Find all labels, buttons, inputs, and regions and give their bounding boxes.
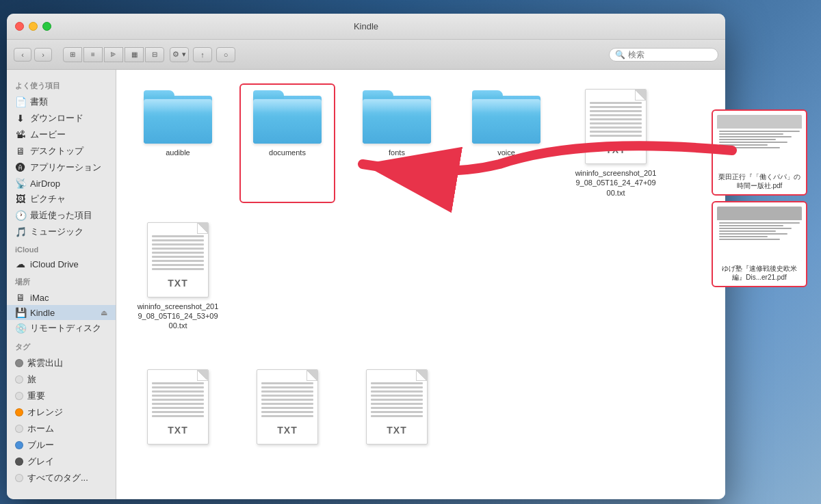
pdf-label-1: 栗田正行『「働くパパ」の時間ー版社.pdf [717,172,802,190]
eject-icon[interactable]: ⏏ [101,308,107,317]
share-button[interactable]: ↑ [193,47,212,62]
sidebar-item-music[interactable]: 🎵 ミュージック [7,224,116,240]
tag-dot-orange [15,408,23,416]
sidebar-item-label: 最近使った項目 [30,209,92,222]
tag-dot-tabi [15,375,23,384]
sidebar-item-tag-juyo[interactable]: 重要 [7,388,116,404]
music-icon: 🎵 [15,226,26,237]
view-cover-btn[interactable]: ▦ [125,47,144,62]
minimize-button[interactable] [29,22,38,31]
folder-icon-audible [144,89,212,144]
main-area: よく使う項目 📄 書類 ⬇ ダウンロード 📽 ムービー 🖥 デスクトップ 🅐 ア… [7,70,725,499]
favorites-section-label: よく使う項目 [7,75,116,94]
search-input[interactable] [628,50,712,59]
sidebar-item-desktop[interactable]: 🖥 デスクトップ [7,143,116,159]
apps-icon: 🅐 [15,162,26,173]
sidebar-item-tag-blue[interactable]: ブルー [7,437,116,453]
file-item-txt1[interactable]: TXT wininfo_screenshot_2019_08_05T16_24_… [568,83,664,203]
finder-window: Kindle ‹ › ⊞ ≡ ⫸ ▦ ⊟ ⚙ ▾ ↑ ○ 🔍 よく使う項目 [7,14,725,499]
file-item-txt2[interactable]: TXT wininfo_screenshot_2019_08_05T16_24_… [130,217,226,336]
txt-icon-4: TXT [257,369,318,445]
file-item-voice[interactable]: voice [458,83,554,203]
sidebar-item-airdrop[interactable]: 📡 AirDrop [7,176,116,191]
file-item-documents[interactable]: documents [239,83,335,203]
tag-dot-shiun [15,359,23,367]
maximize-button[interactable] [42,22,51,31]
txt-icon-5: TXT [366,369,428,445]
sidebar-item-recent[interactable]: 🕐 最近使った項目 [7,207,116,224]
file-item-txt3[interactable]: TXT [130,364,226,454]
folder-icon-voice [472,89,540,144]
sidebar-item-download[interactable]: ⬇ ダウンロード [7,110,116,127]
tag-dot-blue [15,441,23,449]
toolbar-actions: ⚙ ▾ ↑ ○ [170,47,235,62]
file-browser: audible documents [116,70,725,499]
sidebar-item-tag-shiun[interactable]: 紫雲出山 [7,355,116,371]
file-item-fonts[interactable]: fonts [349,83,445,203]
locations-section-label: 場所 [7,271,116,290]
pdf-thumbnail-2 [717,207,802,261]
sidebar-item-label: オレンジ [27,406,63,419]
icloud-drive-icon: ☁ [15,258,26,269]
folder-icon-documents [253,89,322,144]
folder-icon-fonts [363,89,431,144]
recent-icon: 🕐 [15,210,26,221]
sidebar-item-remote[interactable]: 💿 リモートディスク [7,320,116,336]
remote-disk-icon: 💿 [15,323,26,334]
download-icon: ⬇ [15,113,26,124]
sidebar-item-label: AirDrop [30,178,60,189]
sidebar-item-label: ピクチャ [30,193,66,205]
sidebar-item-pictures[interactable]: 🖼 ピクチャ [7,191,116,207]
shokan-icon: 📄 [15,96,26,107]
tag-dot-home [15,425,23,433]
traffic-lights [15,22,51,31]
movies-icon: 📽 [15,129,26,140]
floating-pdf-item-1[interactable]: 栗田正行『「働くパパ」の時間ー版社.pdf [712,109,807,196]
file-name-txt1: wininfo_screenshot_2019_08_05T16_24_47+0… [575,168,657,198]
toolbar: ‹ › ⊞ ≡ ⫸ ▦ ⊟ ⚙ ▾ ↑ ○ 🔍 [7,40,725,70]
file-name-voice: voice [497,148,515,157]
close-button[interactable] [15,22,24,31]
file-item-txt5[interactable]: TXT [349,364,445,454]
file-item-audible[interactable]: audible [130,83,226,203]
sidebar: よく使う項目 📄 書類 ⬇ ダウンロード 📽 ムービー 🖥 デスクトップ 🅐 ア… [7,70,116,499]
tag-dot-all [15,474,23,482]
file-name-documents: documents [269,148,306,157]
back-button[interactable]: ‹ [14,48,31,62]
tag-dot-juyo [15,392,23,400]
sidebar-item-kindle[interactable]: 💾 Kindle ⏏ [7,305,116,320]
floating-pdf-item-2[interactable]: ゆげ塾『速修戦後史欧米編』Dis...er21.pdf [712,201,807,287]
sidebar-item-tag-gray[interactable]: グレイ [7,453,116,470]
view-icon-btn[interactable]: ⊞ [63,47,82,62]
sidebar-item-tag-orange[interactable]: オレンジ [7,404,116,421]
forward-button[interactable]: › [34,48,52,62]
action-button[interactable]: ⚙ ▾ [170,47,189,62]
search-box[interactable]: 🔍 [609,48,718,62]
file-name-fonts: fonts [389,148,405,157]
sidebar-item-movies[interactable]: 📽 ムービー [7,127,116,143]
sidebar-item-apps[interactable]: 🅐 アプリケーション [7,159,116,176]
pdf-label-2: ゆげ塾『速修戦後史欧米編』Dis...er21.pdf [717,264,802,282]
view-buttons: ⊞ ≡ ⫸ ▦ ⊟ [63,47,164,62]
file-grid: audible documents [130,83,712,454]
sidebar-item-label: ダウンロード [30,112,83,124]
view-gallery-btn[interactable]: ⊟ [145,47,164,62]
file-name-audible: audible [166,148,190,157]
sidebar-item-tag-home[interactable]: ホーム [7,421,116,437]
tag-button[interactable]: ○ [216,47,235,62]
tags-section-label: タグ [7,336,116,355]
search-icon: 🔍 [615,50,625,59]
title-bar: Kindle [7,14,725,40]
sidebar-item-tag-tabi[interactable]: 旅 [7,371,116,388]
view-columns-btn[interactable]: ⫸ [104,47,123,62]
sidebar-item-label: 旅 [27,373,36,386]
sidebar-item-label: アプリケーション [30,161,101,174]
sidebar-item-all-tags[interactable]: すべてのタグ... [7,470,116,486]
file-item-txt4[interactable]: TXT [239,364,335,454]
sidebar-item-icloud-drive[interactable]: ☁ iCloud Drive [7,256,116,271]
sidebar-item-shokan[interactable]: 📄 書類 [7,94,116,110]
file-name-txt2: wininfo_screenshot_2019_08_05T16_24_53+0… [137,302,219,331]
view-list-btn[interactable]: ≡ [83,47,103,62]
sidebar-item-imac[interactable]: 🖥 iMac [7,290,116,305]
sidebar-item-label: 書類 [30,96,48,108]
